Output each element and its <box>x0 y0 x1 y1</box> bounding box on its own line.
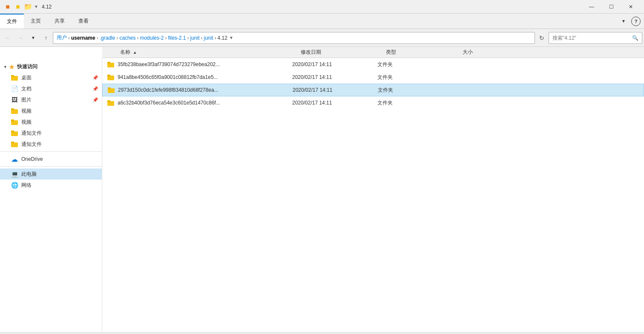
addr-seg-junit2: junit <box>204 35 213 41</box>
pin-icon-pics: 📌 <box>92 97 98 103</box>
search-bar[interactable]: 🔍 <box>549 32 642 44</box>
pictures-icon: 🖼 <box>10 96 19 104</box>
sidebar-item-videos2[interactable]: 视频 <box>0 116 102 128</box>
network-icon: 🌐 <box>10 181 19 189</box>
addr-seg-caches: caches <box>119 35 135 41</box>
file-date-3: 2020/02/17 14:11 <box>293 87 378 93</box>
address-bar[interactable]: 用户 › username › .gradle › caches › modul… <box>53 32 535 44</box>
sidebar-item-notify1[interactable]: 通知文件 <box>0 128 102 139</box>
sidebar-item-documents[interactable]: 📄 文档 📌 <box>0 83 102 94</box>
videos2-icon <box>10 118 19 126</box>
address-bar-container: ← → ▼ ↑ 用户 › username › .gradle › caches… <box>0 29 644 47</box>
file-row-4[interactable]: a6c32b40bf3d76eca54e3c601e5d1470c86f... … <box>102 96 644 109</box>
title-bar: ■ ■ 📁 ▼ 4.12 — ☐ ✕ <box>0 0 644 14</box>
quick-access-arrow: ▼ <box>3 65 7 69</box>
notify2-icon <box>10 140 19 148</box>
file-row-3[interactable]: 2973d150c0dc1fefe998f834810d68f278ea... … <box>102 84 644 96</box>
onedrive-icon: ☁ <box>10 155 19 163</box>
sidebar-item-onedrive[interactable]: ☁ OneDrive <box>0 154 102 165</box>
file-type-1: 文件夹 <box>377 61 454 68</box>
addr-seg-gradle: .gradle <box>100 35 115 41</box>
sidebar-item-thispc[interactable]: 💻 此电脑 <box>0 168 102 180</box>
file-type-3: 文件夹 <box>378 87 454 94</box>
file-type-2: 文件夹 <box>377 74 454 81</box>
refresh-button[interactable]: ↻ <box>536 32 548 44</box>
desktop-icon <box>10 73 19 82</box>
file-list: 35fb238baee3f3af739074d723279ebea202... … <box>102 58 644 332</box>
documents-icon: 📄 <box>10 84 19 93</box>
back-button[interactable]: ← <box>2 32 14 44</box>
help-button[interactable]: ? <box>631 17 641 26</box>
sidebar-item-network[interactable]: 🌐 网络 <box>0 180 102 191</box>
sidebar-item-pictures[interactable]: 🖼 图片 📌 <box>0 94 102 105</box>
folder-icon-3 <box>106 85 116 95</box>
column-header: 名称 ▲ 修改日期 类型 大小 <box>102 47 644 58</box>
notify1-icon <box>10 129 19 137</box>
sidebar-item-notify2[interactable]: 通知文件 <box>0 139 102 150</box>
quick-access-star-icon: ★ <box>9 64 14 70</box>
sidebar: ▼ ★ 快速访问 桌面 📌 📄 文档 📌 🖼 图片 📌 <box>0 58 102 332</box>
forward-button[interactable]: → <box>14 32 26 44</box>
file-name-3: 2973d150c0dc1fefe998f834810d68f278ea... <box>118 87 293 93</box>
pin-icon-desktop: 📌 <box>92 75 98 81</box>
addr-seg-modules: modules-2 <box>140 35 164 41</box>
quick-access-header[interactable]: ▼ ★ 快速访问 <box>0 61 102 72</box>
addr-seg-files: files-2.1 <box>168 35 186 41</box>
addr-seg-1: 用户 <box>57 34 67 41</box>
maximize-button[interactable]: ☐ <box>601 0 621 14</box>
up-button[interactable]: ↑ <box>40 32 52 44</box>
window-controls: — ☐ ✕ <box>582 0 641 14</box>
sidebar-divider-1 <box>0 151 102 152</box>
title-bar-icons: ■ ■ 📁 ▼ <box>3 3 38 10</box>
search-icon: 🔍 <box>632 35 638 41</box>
main-layout: ▼ ★ 快速访问 桌面 📌 📄 文档 📌 🖼 图片 📌 <box>0 58 644 332</box>
addr-seg-412: 4.12 <box>218 35 227 41</box>
window-title: 4.12 <box>42 4 52 10</box>
videos1-icon <box>10 107 19 115</box>
col-header-type[interactable]: 类型 <box>386 49 463 56</box>
tab-file[interactable]: 文件 <box>0 14 24 29</box>
thispc-icon: 💻 <box>10 170 19 178</box>
toolbar-icon-1: ■ <box>3 3 12 10</box>
ribbon: 文件 主页 共享 查看 ▼ ? <box>0 14 644 29</box>
sidebar-item-desktop[interactable]: 桌面 📌 <box>0 72 102 83</box>
sidebar-divider-2 <box>0 166 102 167</box>
title-dropdown-arrow[interactable]: ▼ <box>34 4 38 9</box>
file-name-2: 941a8be4506c65f0a9001c08812fb7da1e5... <box>118 74 292 80</box>
toolbar-icon-2: ■ <box>14 3 22 10</box>
col-header-date[interactable]: 修改日期 <box>301 49 386 56</box>
search-input[interactable] <box>552 35 630 41</box>
status-bar: 4 个项目 | 选中 1 个项目 <box>0 332 644 334</box>
tab-view[interactable]: 查看 <box>72 14 95 29</box>
folder-icon-1 <box>106 59 116 70</box>
address-dropdown-arrow[interactable]: ▼ <box>229 35 233 40</box>
sidebar-item-videos1[interactable]: 视频 <box>0 105 102 116</box>
col-header-size[interactable]: 大小 <box>463 49 644 56</box>
file-row-2[interactable]: 941a8be4506c65f0a9001c08812fb7da1e5... 2… <box>102 71 644 84</box>
file-row-1[interactable]: 35fb238baee3f3af739074d723279ebea202... … <box>102 58 644 71</box>
toolbar-folder-icon: 📁 <box>24 3 32 10</box>
folder-icon-4 <box>106 98 116 108</box>
addr-seg-username: username <box>71 35 95 41</box>
tab-home[interactable]: 主页 <box>24 14 48 29</box>
tab-share[interactable]: 共享 <box>48 14 72 29</box>
addr-seg-junit1: junit <box>190 35 200 41</box>
file-date-4: 2020/02/17 14:11 <box>292 100 377 106</box>
col-header-name[interactable]: 名称 ▲ <box>113 49 301 56</box>
file-type-4: 文件夹 <box>377 99 454 107</box>
sort-arrow-name: ▲ <box>133 50 137 55</box>
minimize-button[interactable]: — <box>582 0 601 14</box>
folder-icon-2 <box>106 72 116 82</box>
file-date-2: 2020/02/17 14:11 <box>292 74 377 80</box>
close-button[interactable]: ✕ <box>621 0 641 14</box>
file-date-1: 2020/02/17 14:11 <box>292 61 377 67</box>
file-name-1: 35fb238baee3f3af739074d723279ebea202... <box>118 61 292 67</box>
file-name-4: a6c32b40bf3d76eca54e3c601e5d1470c86f... <box>118 100 292 106</box>
pin-icon-docs: 📌 <box>92 86 98 92</box>
recent-locations-button[interactable]: ▼ <box>27 32 39 44</box>
ribbon-collapse-button[interactable]: ▼ <box>618 15 630 27</box>
